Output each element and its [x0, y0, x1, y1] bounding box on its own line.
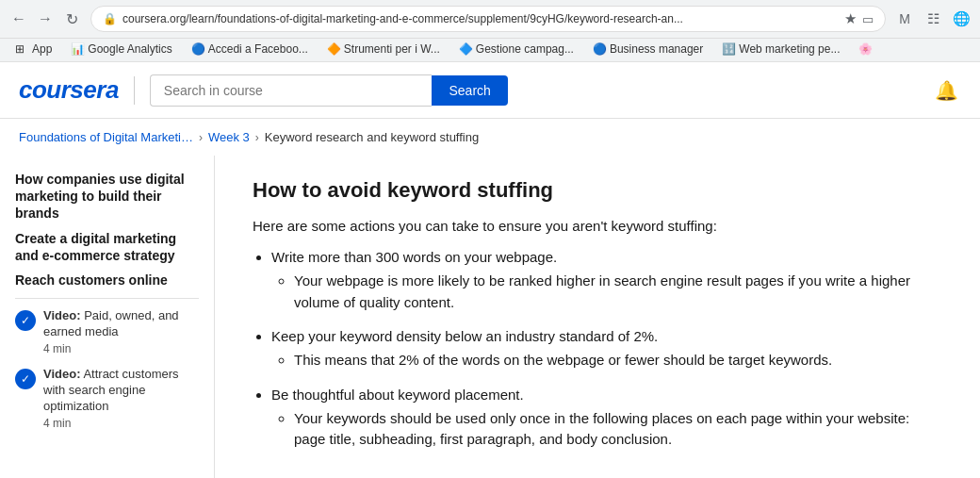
logo-divider	[134, 76, 135, 105]
content-title: How to avoid keyword stuffing	[253, 178, 942, 203]
list-item-1: Write more than 300 words on your webpag…	[271, 249, 942, 313]
sidebar-item-label-1: Video: Paid, owned, and earned media	[43, 308, 199, 340]
bookmark-strumenti[interactable]: 🔶 Strumenti per i W...	[319, 41, 448, 58]
bookmarks-bar: ⊞ App 📊 Google Analytics 🔵 Accedi a Face…	[0, 39, 980, 62]
back-button[interactable]: ←	[8, 8, 30, 30]
list-item-2-text: Keep your keyword density below an indus…	[271, 328, 658, 344]
breadcrumb-course-link[interactable]: Foundations of Digital Marketi…	[19, 130, 193, 144]
sidebar: How companies use digital marketing to b…	[0, 156, 215, 478]
breadcrumb-sep-1: ›	[199, 131, 203, 144]
bookmark-facebook[interactable]: 🔵 Accedi a Faceboo...	[184, 41, 316, 58]
bookmark-business-label: Business manager	[610, 42, 703, 56]
content-sublist-3: Your keywords should be used only once i…	[271, 408, 942, 451]
sidebar-section-title-reach-customers[interactable]: Reach customers online	[15, 272, 199, 288]
browser-toolbar: ← → ↻ 🔒 coursera.org/learn/foundations-o…	[0, 0, 980, 39]
bookmark-google-analytics[interactable]: 📊 Google Analytics	[63, 41, 179, 58]
cast-icon[interactable]: ▭	[862, 12, 874, 26]
main-layout: How companies use digital marketing to b…	[0, 156, 980, 478]
bookmark-strumenti-label: Strumenti per i W...	[344, 42, 440, 56]
reload-button[interactable]: ↻	[60, 8, 83, 30]
sidebar-item-duration-2: 4 min	[43, 417, 199, 430]
list-subitem-1-1: Your webpage is more likely to be ranked…	[294, 271, 942, 313]
extensions-icon[interactable]: ☷	[922, 8, 944, 30]
bookmark-apps[interactable]: ⊞ App	[8, 41, 59, 58]
business-icon: 🔵	[593, 42, 606, 56]
apps-icon: ⊞	[15, 42, 28, 56]
globe-icon[interactable]: 🌐	[950, 8, 972, 30]
address-bar[interactable]: 🔒 coursera.org/learn/foundations-of-digi…	[90, 6, 886, 32]
strumenti-icon: 🔶	[327, 42, 340, 56]
list-item-1-text: Write more than 300 words on your webpag…	[271, 249, 557, 265]
bookmark-star-icon[interactable]: ★	[844, 10, 857, 27]
sidebar-section-title-create-digital[interactable]: Create a digital marketing and e-commerc…	[15, 230, 199, 264]
content-sublist-1: Your webpage is more likely to be ranked…	[271, 271, 942, 313]
bookmark-wm-label: Web marketing pe...	[739, 42, 840, 56]
check-icon-2: ✓	[15, 369, 36, 389]
search-container: Search	[150, 74, 508, 107]
sidebar-section-title-how-companies[interactable]: How companies use digital marketing to b…	[15, 171, 199, 223]
bookmark-apps-label: App	[32, 42, 52, 56]
gestione-icon: 🔷	[459, 42, 472, 56]
sidebar-item-duration-1: 4 min	[43, 342, 199, 355]
list-subitem-2-1: This means that 2% of the words on the w…	[294, 350, 942, 371]
bookmark-ga-label: Google Analytics	[88, 42, 172, 56]
content-list: Write more than 300 words on your webpag…	[253, 249, 942, 451]
site-header: coursera Search 🔔	[0, 62, 980, 119]
profile-icon[interactable]: M	[893, 8, 916, 30]
search-input[interactable]	[150, 74, 433, 107]
coursera-logo[interactable]: coursera	[19, 75, 119, 105]
web-marketing-icon: 🔢	[722, 42, 735, 56]
sidebar-item-video-1[interactable]: ✓ Video: Paid, owned, and earned media 4…	[15, 308, 199, 355]
sidebar-section-create-digital: Create a digital marketing and e-commerc…	[15, 230, 199, 264]
sidebar-item-content-2: Video: Attract customers with search eng…	[43, 367, 199, 430]
extra-icon: 🌸	[858, 42, 873, 56]
bookmark-fb-label: Accedi a Faceboo...	[208, 42, 308, 56]
sidebar-section-how-companies: How companies use digital marketing to b…	[15, 171, 199, 223]
list-item-2: Keep your keyword density below an indus…	[271, 328, 942, 371]
sidebar-item-video-2[interactable]: ✓ Video: Attract customers with search e…	[15, 367, 199, 430]
notification-bell[interactable]: 🔔	[931, 75, 961, 106]
bookmark-business[interactable]: 🔵 Business manager	[585, 41, 710, 58]
list-subitem-3-1: Your keywords should be used only once i…	[294, 408, 942, 451]
list-item-3-text: Be thoughtful about keyword placement.	[271, 387, 524, 403]
browser-nav-buttons: ← → ↻	[8, 8, 83, 30]
forward-button[interactable]: →	[34, 8, 57, 30]
content-sublist-2: This means that 2% of the words on the w…	[271, 350, 942, 371]
breadcrumb: Foundations of Digital Marketi… › Week 3…	[0, 119, 980, 156]
bookmark-gestione[interactable]: 🔷 Gestione campag...	[451, 41, 581, 58]
content-area: How to avoid keyword stuffing Here are s…	[215, 156, 980, 478]
lock-icon: 🔒	[103, 12, 117, 25]
sidebar-items-list: ✓ Video: Paid, owned, and earned media 4…	[15, 308, 199, 429]
sidebar-item-label-2: Video: Attract customers with search eng…	[43, 367, 199, 415]
browser-actions: M ☷ 🌐	[893, 8, 972, 30]
bookmark-web-marketing[interactable]: 🔢 Web marketing pe...	[714, 41, 847, 58]
browser-chrome: ← → ↻ 🔒 coursera.org/learn/foundations-o…	[0, 0, 980, 62]
check-icon-1: ✓	[15, 310, 36, 331]
sidebar-section-reach-customers: Reach customers online	[15, 272, 199, 288]
address-text: coursera.org/learn/foundations-of-digita…	[122, 12, 839, 25]
bookmark-gestione-label: Gestione campag...	[476, 42, 574, 56]
bookmark-extra[interactable]: 🌸	[851, 41, 880, 58]
breadcrumb-week-link[interactable]: Week 3	[208, 130, 250, 144]
facebook-icon: 🔵	[191, 42, 204, 56]
breadcrumb-sep-2: ›	[255, 131, 259, 144]
sidebar-item-content-1: Video: Paid, owned, and earned media 4 m…	[43, 308, 199, 355]
sidebar-divider	[15, 298, 199, 299]
list-item-3: Be thoughtful about keyword placement. Y…	[271, 387, 942, 451]
analytics-icon: 📊	[71, 42, 84, 56]
breadcrumb-current: Keyword research and keyword stuffing	[265, 130, 479, 144]
content-intro: Here are some actions you can take to en…	[253, 218, 942, 234]
search-button[interactable]: Search	[432, 75, 507, 106]
